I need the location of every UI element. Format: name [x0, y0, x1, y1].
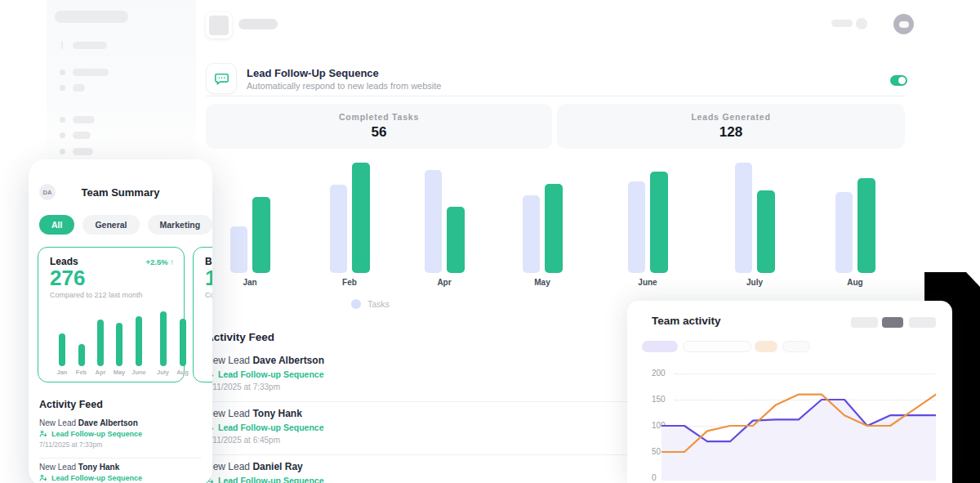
mini-label-june: June	[129, 369, 149, 376]
bar-chart-legend: Tasks	[351, 299, 390, 309]
bar-tasks-apr	[425, 170, 442, 273]
mini-label-july: July	[154, 369, 173, 376]
stat-label: Completed Tasks	[339, 112, 419, 122]
automation-card-icon-box	[206, 63, 237, 94]
mini-bar-june	[136, 316, 142, 366]
stat-card-completed-tasks: Completed Tasks 56	[206, 104, 552, 149]
bar-leads-may	[545, 184, 563, 273]
bar-tasks-may	[523, 195, 540, 273]
team-activity-card: Team activity 200150100500	[627, 301, 952, 483]
sidebar-item-placeholder	[73, 69, 109, 76]
mini-bar-feb	[78, 344, 85, 366]
dashboard-page: Lead Follow-Up Sequence Automatically re…	[0, 0, 980, 483]
filter-chip-outline-2[interactable]	[782, 341, 810, 352]
chart-view-button-2-selected[interactable]	[882, 317, 903, 328]
sidebar-item-placeholder	[73, 132, 91, 139]
divider	[206, 96, 905, 96]
avatar-inner-shape	[899, 21, 909, 28]
stat-value: 128	[719, 124, 742, 141]
sidebar-logo-placeholder	[55, 11, 128, 23]
mini-label-jan: Jan	[207, 369, 212, 376]
x-label-apr: Apr	[420, 278, 469, 287]
bar-leads-aug	[858, 178, 875, 273]
team-summary-feed-title: Activity Feed	[39, 399, 103, 410]
x-label-may: May	[518, 278, 567, 287]
bar-leads-july	[757, 190, 775, 273]
feed-item-title: New Lead Tony Hank	[39, 463, 202, 472]
bar-tasks-aug	[835, 192, 853, 273]
second-card-compare: Com	[205, 291, 212, 299]
mini-bar-jan	[59, 333, 65, 366]
mini-bar-may	[116, 323, 122, 366]
feed-item: New Lead Tony Hank Lead Follow-up Sequen…	[39, 458, 202, 483]
bar-leads-feb	[352, 163, 370, 273]
breadcrumb-placeholder	[238, 19, 278, 29]
team-summary-tabs: AllGeneralMarketing	[39, 215, 212, 235]
second-card-mini-bar-chart: JanFebAprMayJuneJulyAug	[205, 309, 212, 378]
mini-label-jan: Jan	[52, 369, 72, 376]
sidebar-bullet-icon	[60, 132, 65, 138]
sidebar-item-placeholder	[73, 116, 95, 123]
mini-bar-july	[160, 311, 167, 366]
sidebar-item-placeholder	[73, 42, 107, 49]
x-label-jan: Jan	[225, 278, 274, 287]
feed-item-sequence-link[interactable]: Lead Follow-up Sequence	[39, 430, 202, 438]
x-label-july: July	[730, 278, 779, 287]
sidebar-item-placeholder	[73, 84, 85, 92]
stat-card-leads-generated: Leads Generated 128	[557, 104, 905, 149]
bar-tasks-july	[735, 163, 752, 273]
bar-tasks-feb	[330, 185, 347, 273]
team-summary-feed-list: New Lead Dave Albertson Lead Follow-up S…	[39, 414, 202, 483]
filter-chip-outline[interactable]	[683, 341, 751, 352]
leads-stat-card: Leads +2.5% ↑ 276 Compared to 212 last m…	[38, 247, 185, 382]
sidebar-bullet-icon	[60, 149, 65, 154]
header-circle-placeholder	[856, 18, 867, 29]
team-summary-title: Team Summary	[29, 186, 212, 199]
bar-leads-jan	[252, 197, 270, 273]
x-label-june: June	[623, 278, 672, 287]
chart-view-button-1[interactable]	[851, 317, 878, 328]
app-logo-placeholder	[206, 12, 232, 38]
toggle-knob	[898, 77, 906, 84]
mini-label-feb: Feb	[72, 369, 91, 376]
tab-all[interactable]: All	[39, 215, 74, 235]
feed-item-time: 7/11/2025 at 7:33pm	[39, 441, 202, 449]
team-summary-card: DA Team Summary AllGeneralMarketing Lead…	[29, 159, 212, 483]
bar-leads-june	[650, 172, 668, 273]
filter-chip-lavender[interactable]	[642, 341, 678, 352]
mini-label-may: May	[109, 369, 129, 376]
logo-inner	[209, 16, 229, 35]
automation-subtitle: Automatically respond to new leads from …	[247, 81, 441, 91]
stat-value: 56	[372, 124, 387, 141]
legend-tasks-label: Tasks	[368, 299, 390, 309]
user-avatar[interactable]	[893, 14, 914, 34]
header-pill-placeholder	[831, 20, 853, 27]
chart-view-button-3[interactable]	[909, 317, 936, 328]
team-activity-title: Team activity	[652, 315, 721, 327]
bar-tasks-jan	[230, 226, 247, 273]
user-arrow-icon	[39, 474, 47, 482]
purple-area-fill	[662, 400, 936, 481]
mini-bar-aug	[180, 319, 186, 366]
automation-toggle[interactable]	[890, 75, 907, 86]
second-stat-card-clipped: Bo 18 Com JanFebAprMayJuneJulyAug	[193, 247, 212, 382]
feed-item-title: New Lead Dave Albertson	[39, 418, 202, 427]
tab-marketing[interactable]: Marketing	[148, 215, 212, 235]
tab-general[interactable]: General	[82, 215, 139, 235]
mini-bar-apr	[97, 320, 104, 366]
activity-feed-title: Activity Feed	[206, 331, 274, 343]
stat-label: Leads Generated	[691, 112, 770, 122]
feed-item-sequence-link[interactable]: Lead Follow-up Sequence	[39, 474, 202, 482]
leads-mini-bar-chart: JanFebAprMayJuneJulyAug	[50, 309, 174, 378]
x-label-aug: Aug	[831, 278, 880, 287]
automation-title: Lead Follow-Up Sequence	[247, 67, 379, 79]
user-arrow-icon	[39, 430, 47, 438]
legend-tasks-dot-icon	[351, 299, 361, 309]
sidebar-tick-placeholder	[61, 41, 63, 49]
filter-chip-peach[interactable]	[755, 341, 777, 352]
leads-value: 276	[50, 266, 85, 291]
leads-delta: +2.5% ↑	[145, 257, 174, 266]
sidebar-item-placeholder	[73, 148, 93, 155]
team-activity-line-chart	[662, 366, 936, 481]
sidebar-bullet-icon	[60, 69, 65, 75]
